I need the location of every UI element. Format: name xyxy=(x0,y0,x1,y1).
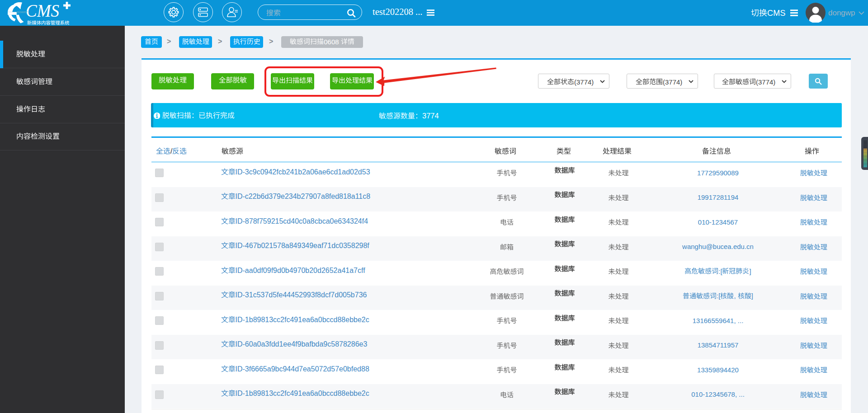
svg-text:CMS: CMS xyxy=(26,4,59,19)
svg-text:power: power xyxy=(17,10,28,14)
